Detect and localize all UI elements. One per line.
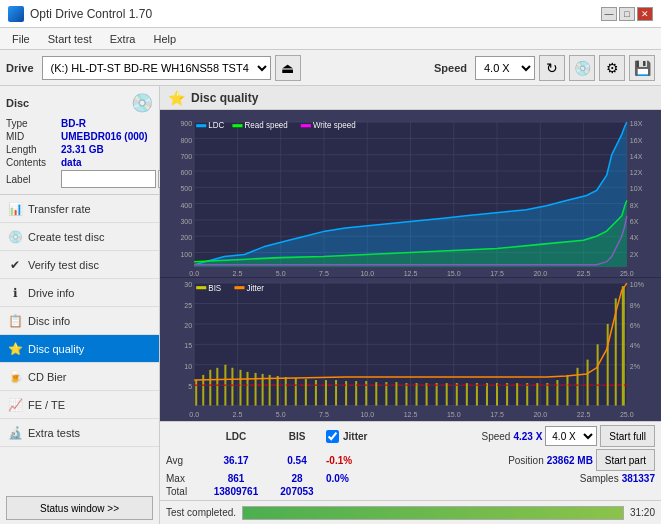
nav-transfer-rate[interactable]: 📊 Transfer rate [0,195,159,223]
bottom-chart-svg: 30 25 20 15 10 5 10% 8% 6% 4% 2% 0.0 [164,278,657,421]
samples-label: Samples [580,473,619,484]
svg-text:18X: 18X [630,120,643,128]
svg-text:Read speed: Read speed [244,121,287,130]
speed-stat-select[interactable]: 4.0 X [545,426,597,446]
svg-text:5.0: 5.0 [276,270,286,277]
label-key: Label [6,174,61,185]
extra-tests-icon: 🔬 [6,424,24,442]
max-label: Max [166,473,202,484]
svg-text:4%: 4% [630,343,641,351]
nav-disc-info[interactable]: 📋 Disc info [0,307,159,335]
app-icon [8,6,24,22]
total-ldc: 13809761 [204,486,268,497]
svg-rect-128 [426,383,428,405]
start-full-button[interactable]: Start full [600,425,655,447]
nav-disc-quality[interactable]: ⭐ Disc quality [0,335,159,363]
window-controls: — □ ✕ [601,7,653,21]
nav-cd-bier[interactable]: 🍺 CD Bier [0,363,159,391]
svg-text:8%: 8% [630,302,641,310]
fe-te-icon: 📈 [6,396,24,414]
svg-text:2X: 2X [630,251,639,259]
disc-icon: 💿 [131,92,153,114]
position-label: Position [508,455,544,466]
stats-bar: LDC BIS Jitter Speed 4.23 X 4.0 X Start … [160,421,661,500]
svg-text:700: 700 [180,153,192,161]
svg-text:25: 25 [184,302,192,310]
menu-bar: File Start test Extra Help [0,28,661,50]
menu-start-test[interactable]: Start test [40,31,100,47]
status-window-button[interactable]: Status window >> [6,496,153,520]
menu-file[interactable]: File [4,31,38,47]
settings-button[interactable]: ⚙ [599,55,625,81]
svg-text:7.5: 7.5 [319,411,329,419]
svg-text:30: 30 [184,281,192,289]
eject-button[interactable]: ⏏ [275,55,301,81]
disc-section-label: Disc [6,97,29,109]
svg-rect-115 [295,378,297,406]
contents-key: Contents [6,157,61,168]
nav-fe-te[interactable]: 📈 FE / TE [0,391,159,419]
svg-text:2.5: 2.5 [233,411,243,419]
drive-info-icon: ℹ [6,284,24,302]
svg-rect-125 [395,382,397,405]
samples-value: 381337 [622,473,655,484]
svg-rect-145 [597,344,599,405]
svg-rect-137 [516,383,518,405]
refresh-button[interactable]: ↻ [539,55,565,81]
svg-text:4X: 4X [630,234,639,242]
close-button[interactable]: ✕ [637,7,653,21]
svg-rect-54 [196,124,206,127]
svg-text:6%: 6% [630,322,641,330]
svg-text:Jitter: Jitter [247,284,265,293]
toolbar: Drive (K:) HL-DT-ST BD-RE WH16NS58 TST4 … [0,50,661,86]
svg-text:15.0: 15.0 [447,270,461,277]
nav-drive-info[interactable]: ℹ Drive info [0,279,159,307]
svg-rect-112 [269,375,271,406]
type-key: Type [6,118,61,129]
disc-button[interactable]: 💿 [569,55,595,81]
menu-extra[interactable]: Extra [102,31,144,47]
position-value: 23862 MB [547,455,593,466]
start-part-button[interactable]: Start part [596,449,655,471]
save-button[interactable]: 💾 [629,55,655,81]
svg-text:22.5: 22.5 [577,411,591,419]
svg-rect-135 [496,383,498,405]
svg-text:6X: 6X [630,218,639,226]
content-title: Disc quality [191,91,258,105]
maximize-button[interactable]: □ [619,7,635,21]
svg-rect-139 [536,383,538,405]
svg-text:10: 10 [184,363,192,371]
charts-area: 900 800 700 600 500 400 300 200 100 18X … [160,110,661,421]
jitter-checkbox[interactable] [326,430,339,443]
speed-label: Speed [434,62,467,74]
nav-create-test-disc[interactable]: 💿 Create test disc [0,223,159,251]
svg-text:20: 20 [184,322,192,330]
svg-text:10X: 10X [630,185,643,193]
nav-disc-quality-label: Disc quality [28,343,84,355]
speed-select[interactable]: 4.0 X [475,56,535,80]
svg-text:0.0: 0.0 [189,411,199,419]
svg-rect-110 [255,373,257,406]
svg-text:10.0: 10.0 [360,270,374,277]
svg-text:2.5: 2.5 [233,270,243,277]
minimize-button[interactable]: — [601,7,617,21]
svg-text:14X: 14X [630,153,643,161]
svg-text:BIS: BIS [208,284,222,293]
drive-select[interactable]: (K:) HL-DT-ST BD-RE WH16NS58 TST4 [42,56,271,80]
svg-text:16X: 16X [630,136,643,144]
svg-rect-109 [247,372,249,406]
svg-rect-104 [209,370,211,406]
length-key: Length [6,144,61,155]
menu-help[interactable]: Help [145,31,184,47]
svg-rect-102 [195,380,197,406]
svg-text:800: 800 [180,136,192,144]
svg-text:Write speed: Write speed [313,121,356,130]
disc-label-input[interactable] [61,170,156,188]
drive-label: Drive [6,62,34,74]
svg-rect-129 [436,383,438,405]
nav-verify-test-disc[interactable]: ✔ Verify test disc [0,251,159,279]
disc-quality-icon: ⭐ [6,340,24,358]
svg-rect-148 [622,286,625,405]
svg-rect-107 [231,368,233,406]
nav-extra-tests[interactable]: 🔬 Extra tests [0,419,159,447]
